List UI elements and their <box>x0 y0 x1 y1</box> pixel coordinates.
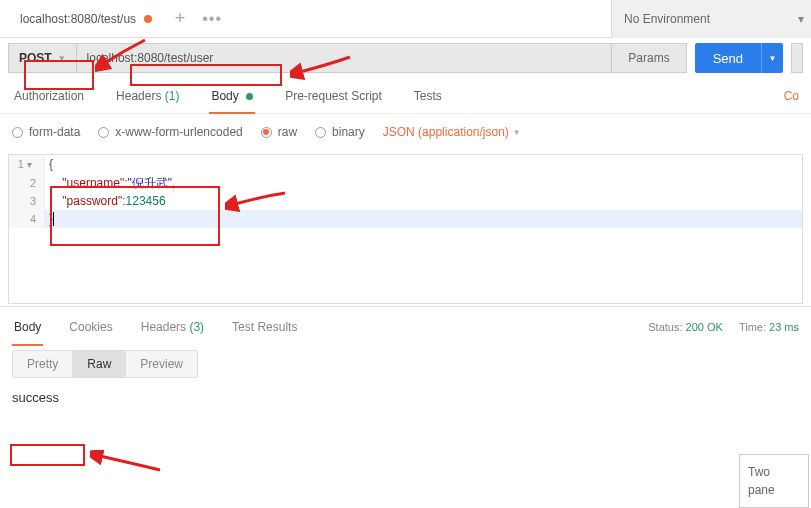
tab-headers[interactable]: Headers (1) <box>114 79 181 113</box>
top-bar: localhost:8080/test/us + ••• No Environm… <box>0 0 811 38</box>
arrow-icon <box>90 450 170 480</box>
tab-prerequest[interactable]: Pre-request Script <box>283 79 384 113</box>
new-tab-button[interactable]: + <box>164 3 196 35</box>
save-button-edge[interactable] <box>791 43 803 73</box>
response-meta: Status: 200 OK Time: 23 ms <box>648 321 799 333</box>
radio-icon <box>98 127 109 138</box>
body-active-dot-icon <box>246 93 253 100</box>
time-label: Time: <box>739 321 766 333</box>
tab-title: localhost:8080/test/us <box>20 12 136 26</box>
chevron-down-icon: ▼ <box>58 54 66 63</box>
response-body: success <box>0 382 811 413</box>
request-body-editor[interactable]: 1 ▾ { 2 "username":"倪升武", 3 "password":1… <box>8 154 803 304</box>
tab-authorization[interactable]: Authorization <box>12 79 86 113</box>
radio-raw[interactable]: raw <box>261 125 297 139</box>
body-type-selector: form-data x-www-form-urlencoded raw bina… <box>0 114 811 150</box>
response-text: success <box>12 390 59 405</box>
tab-body[interactable]: Body <box>209 79 255 113</box>
params-button[interactable]: Params <box>612 43 686 73</box>
resp-tab-cookies[interactable]: Cookies <box>67 308 114 346</box>
content-type-selector[interactable]: JSON (application/json) ▼ <box>383 125 521 139</box>
radio-icon <box>12 127 23 138</box>
resp-tab-tests[interactable]: Test Results <box>230 308 299 346</box>
url-text: localhost:8080/test/user <box>87 51 214 65</box>
environment-label: No Environment <box>624 12 710 26</box>
radio-icon <box>261 127 272 138</box>
time-value: 23 ms <box>769 321 799 333</box>
method-label: POST <box>19 51 52 65</box>
annotation-box <box>10 444 85 466</box>
url-input[interactable]: localhost:8080/test/user <box>77 43 613 73</box>
more-tabs-button[interactable]: ••• <box>196 3 228 35</box>
response-tabs: Body Cookies Headers (3) Test Results St… <box>0 306 811 346</box>
view-raw[interactable]: Raw <box>73 350 126 378</box>
radio-form-data[interactable]: form-data <box>12 125 80 139</box>
send-dropdown-button[interactable]: ▼ <box>761 43 783 73</box>
status-value: 200 OK <box>686 321 723 333</box>
response-view-switcher: Pretty Raw Preview <box>0 346 811 382</box>
url-bar: POST ▼ localhost:8080/test/user Params S… <box>0 38 811 78</box>
unsaved-dot-icon <box>144 15 152 23</box>
request-tab[interactable]: localhost:8080/test/us <box>8 3 164 35</box>
view-preview[interactable]: Preview <box>126 350 198 378</box>
status-label: Status: <box>648 321 682 333</box>
environment-dropdown-icon[interactable]: ▾ <box>791 0 811 38</box>
cookies-link[interactable]: Co <box>784 89 799 103</box>
tabs-area: localhost:8080/test/us + ••• <box>0 0 611 37</box>
tab-tests[interactable]: Tests <box>412 79 444 113</box>
radio-urlencoded[interactable]: x-www-form-urlencoded <box>98 125 242 139</box>
request-tabs: Authorization Headers (1) Body Pre-reque… <box>0 78 811 114</box>
view-pretty[interactable]: Pretty <box>12 350 73 378</box>
radio-binary[interactable]: binary <box>315 125 365 139</box>
send-button[interactable]: Send <box>695 43 761 73</box>
chevron-down-icon: ▼ <box>513 128 521 137</box>
side-panel-fragment: Two pane <box>739 454 809 508</box>
radio-icon <box>315 127 326 138</box>
http-method-selector[interactable]: POST ▼ <box>8 43 77 73</box>
resp-tab-headers[interactable]: Headers (3) <box>139 308 206 346</box>
environment-selector[interactable]: No Environment <box>611 0 791 38</box>
fold-icon: ▾ <box>27 159 36 170</box>
resp-tab-body[interactable]: Body <box>12 308 43 346</box>
